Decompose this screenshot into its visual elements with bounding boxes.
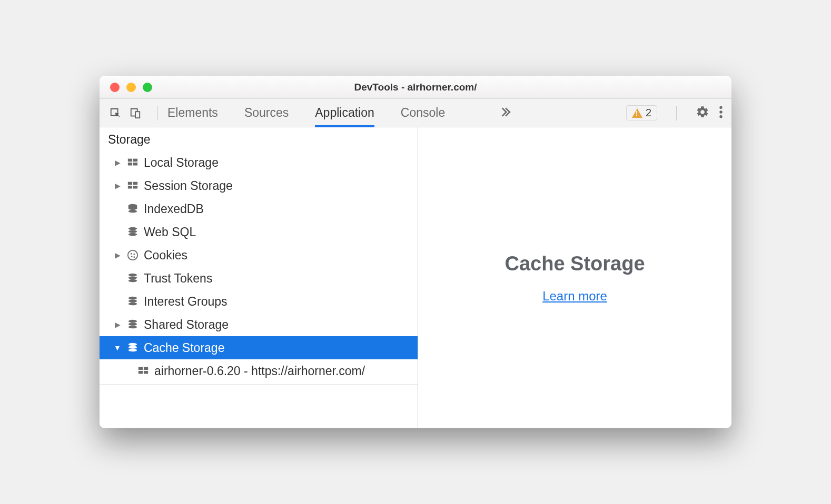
svg-point-16 [128,227,137,230]
sidebar-footer-divider [100,385,418,385]
toolbar-divider [157,106,158,120]
svg-point-4 [719,115,722,117]
svg-point-15 [128,210,137,213]
tab-application[interactable]: Application [315,99,374,127]
content-area: Storage ▶ Local Storage ▶ Session Storag… [100,127,731,428]
svg-point-29 [128,303,137,306]
svg-point-19 [128,250,137,260]
database-icon [126,271,140,285]
database-icon [126,225,140,239]
database-icon [126,341,140,355]
chevron-right-icon: ▶ [113,158,122,167]
sidebar-item-shared-storage[interactable]: ▶ Shared Storage [100,313,418,336]
svg-rect-12 [133,186,137,189]
svg-point-26 [128,279,137,283]
svg-rect-37 [144,367,148,370]
svg-point-23 [133,256,135,258]
more-tabs-icon[interactable] [498,105,511,121]
sidebar-item-cookies[interactable]: ▶ Cookies [100,244,418,267]
chevron-right-icon: ▶ [113,251,122,259]
tab-console[interactable]: Console [401,99,445,127]
svg-rect-7 [128,163,132,166]
devtools-tabs: Elements Sources Application Console [167,99,511,127]
device-toggle-icon[interactable] [128,106,143,120]
sidebar-item-cache-entry[interactable]: airhorner-0.6.20 - https://airhorner.com… [100,359,418,382]
sidebar-item-label: Shared Storage [144,318,229,332]
sidebar-item-websql[interactable]: ▶ Web SQL [100,220,418,244]
chevron-right-icon: ▶ [113,320,122,329]
sidebar-item-label: Local Storage [144,156,219,170]
sidebar-section-storage: Storage [100,127,418,151]
svg-rect-11 [128,186,132,189]
svg-rect-10 [133,182,137,185]
svg-point-17 [128,230,137,233]
svg-rect-9 [128,182,132,185]
titlebar: DevTools - airhorner.com/ [100,76,731,99]
sidebar-item-label: Trust Tokens [144,271,212,286]
sidebar-item-local-storage[interactable]: ▶ Local Storage [100,151,418,174]
svg-rect-5 [128,159,132,162]
warnings-count: 2 [646,107,651,119]
svg-point-35 [128,349,137,352]
svg-point-34 [128,346,137,349]
grid-icon [126,156,140,169]
database-icon [126,318,140,331]
svg-point-32 [128,326,137,329]
chevron-down-icon: ▼ [113,344,122,352]
sidebar-item-interest-groups[interactable]: ▶ Interest Groups [100,290,418,313]
svg-rect-38 [138,371,143,374]
grid-icon [136,364,150,378]
svg-point-28 [128,299,137,303]
sidebar-item-label: airhorner-0.6.20 - https://airhorner.com… [154,364,365,378]
chevron-right-icon: ▶ [113,182,122,190]
devtools-window: DevTools - airhorner.com/ Elements Sourc… [100,76,731,428]
svg-point-20 [131,253,132,255]
window-title: DevTools - airhorner.com/ [100,82,731,93]
sidebar-item-label: Web SQL [144,225,196,239]
database-icon [126,202,140,216]
settings-icon[interactable] [696,105,709,121]
svg-point-24 [128,274,137,277]
svg-point-33 [128,343,137,346]
sidebar-item-label: Interest Groups [144,295,227,309]
sidebar-item-label: Cookies [144,248,187,263]
svg-point-3 [719,110,722,113]
sidebar-item-cache-storage[interactable]: ▼ Cache Storage [100,336,418,359]
svg-rect-1 [135,112,140,118]
warnings-badge[interactable]: 2 [626,105,657,120]
svg-point-2 [719,106,722,108]
detail-title: Cache Storage [504,253,645,275]
svg-point-14 [128,207,137,210]
kebab-menu-icon[interactable] [719,105,723,121]
cookie-icon [126,248,140,262]
svg-point-22 [131,256,133,257]
tab-sources[interactable]: Sources [244,99,289,127]
svg-point-27 [128,297,137,300]
svg-rect-8 [133,163,137,166]
toolbar-divider [676,106,677,120]
svg-point-31 [128,322,137,326]
sidebar-item-label: Cache Storage [144,341,224,355]
toolbar-right: 2 [626,105,723,121]
svg-point-25 [128,276,137,279]
svg-point-21 [133,254,135,255]
sidebar-item-indexeddb[interactable]: ▶ IndexedDB [100,197,418,220]
database-icon [126,295,140,308]
svg-rect-6 [133,159,137,162]
svg-point-30 [128,320,137,323]
warning-icon [632,108,642,118]
svg-rect-36 [138,367,143,370]
grid-icon [126,179,140,193]
sidebar-item-label: Session Storage [144,179,233,193]
sidebar-item-label: IndexedDB [144,202,204,216]
svg-point-18 [128,233,137,236]
inspect-element-icon[interactable] [108,106,123,120]
devtools-toolbar: Elements Sources Application Console 2 [100,99,731,127]
tab-elements[interactable]: Elements [167,99,218,127]
sidebar-item-session-storage[interactable]: ▶ Session Storage [100,174,418,197]
sidebar-item-trust-tokens[interactable]: ▶ Trust Tokens [100,267,418,290]
learn-more-link[interactable]: Learn more [542,289,607,304]
main-detail-pane: Cache Storage Learn more [418,127,731,428]
application-sidebar: Storage ▶ Local Storage ▶ Session Storag… [100,127,418,428]
svg-rect-39 [144,371,148,374]
